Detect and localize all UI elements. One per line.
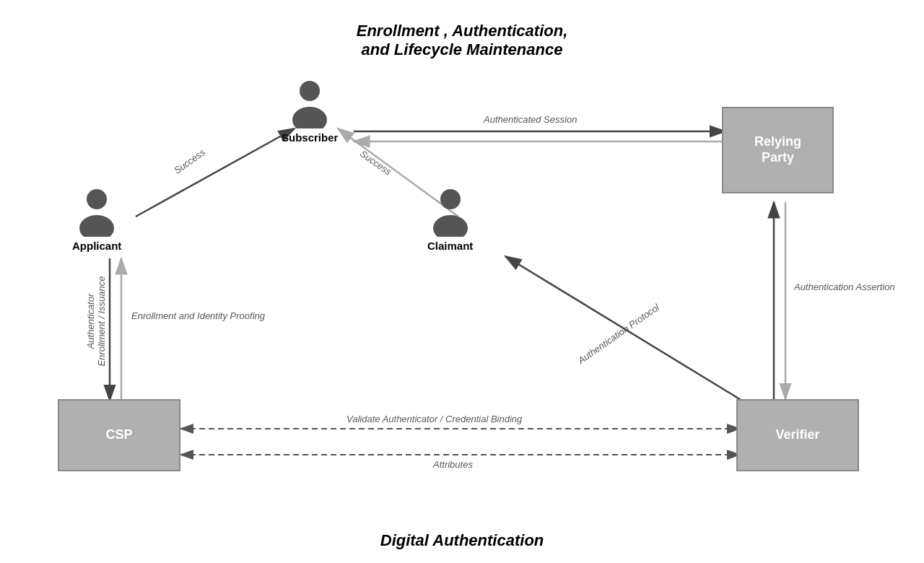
bottom-title: Digital Authentication (380, 531, 544, 550)
authenticated-session-label: Authenticated Session (484, 114, 577, 125)
svg-point-20 (79, 215, 114, 237)
verifier-label: Verifier (775, 427, 819, 443)
enrollment-identity-label: Enrollment and Identity Proofing (131, 310, 265, 321)
diagram: Enrollment , Authentication, and Lifecyc… (0, 0, 924, 563)
svg-line-6 (136, 128, 295, 217)
diagram-title: Enrollment , Authentication, and Lifecyc… (357, 22, 568, 59)
claimant-label: Claimant (427, 240, 473, 252)
attributes-label: Attributes (433, 459, 473, 470)
verifier-node: Verifier (736, 399, 859, 471)
csp-label: CSP (105, 427, 132, 443)
csp-node: CSP (58, 399, 180, 471)
svg-point-21 (440, 189, 461, 209)
svg-point-22 (433, 215, 468, 237)
applicant-label: Applicant (72, 240, 121, 252)
relying-party-node: Relying Party (722, 107, 834, 193)
svg-point-19 (87, 189, 107, 209)
authentication-assertion-label: Authentication Assertion (794, 282, 895, 292)
relying-party-label: Relying Party (754, 134, 801, 165)
validate-authenticator-label: Validate Authenticator / Credential Bind… (346, 414, 522, 424)
subscriber-node: Subscriber (282, 78, 338, 144)
authentication-protocol-label: Authentication Protocol (576, 302, 661, 366)
subscriber-icon (288, 78, 331, 128)
applicant-node: Applicant (72, 186, 121, 252)
claimant-icon (429, 186, 472, 237)
arrows-layer (0, 0, 924, 563)
svg-point-18 (292, 107, 327, 128)
success-claimant-label: Success (358, 148, 393, 177)
success-applicant-label: Success (172, 147, 207, 175)
authenticator-enrollment-label: Authenticator Enrollment / Issuance (85, 274, 107, 368)
claimant-node: Claimant (427, 186, 473, 252)
svg-point-17 (300, 81, 320, 101)
subscriber-label: Subscriber (282, 131, 338, 144)
applicant-icon (75, 186, 118, 237)
